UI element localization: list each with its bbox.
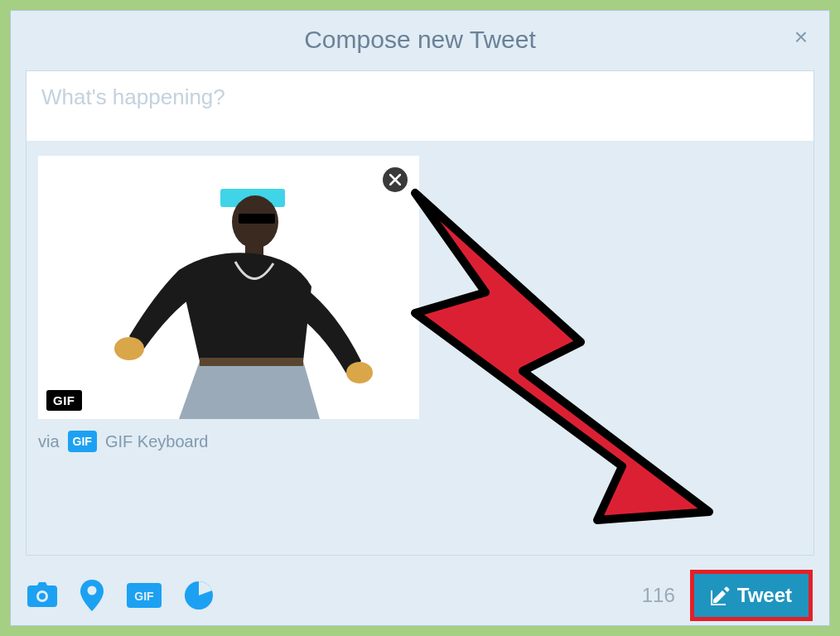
attribution-source: GIF Keyboard: [105, 432, 209, 451]
gif-preview: [38, 156, 419, 419]
attribution-via: via: [38, 432, 60, 451]
remove-gif-button[interactable]: [383, 167, 408, 192]
svg-text:GIF: GIF: [134, 590, 154, 603]
svg-point-4: [114, 337, 144, 360]
close-icon[interactable]: ×: [794, 26, 808, 49]
gif-keyboard-icon: GIF: [68, 431, 97, 452]
svg-rect-6: [200, 358, 303, 366]
svg-point-8: [39, 593, 46, 600]
media-area: GIF via GIF GIF Keyboard: [27, 141, 813, 555]
footer-icons: GIF: [27, 580, 213, 611]
tweet-placeholder: What's happening?: [41, 84, 225, 109]
gif-icon[interactable]: GIF: [127, 583, 162, 608]
svg-point-9: [88, 586, 97, 595]
poll-icon[interactable]: [185, 581, 213, 610]
footer-right: 116 Tweet: [642, 570, 813, 621]
camera-icon[interactable]: [27, 582, 57, 609]
gif-badge: GIF: [46, 390, 82, 411]
compose-content: What's happening?: [26, 70, 814, 556]
character-count: 116: [642, 584, 675, 607]
location-icon[interactable]: [80, 580, 104, 611]
tweet-button[interactable]: Tweet: [694, 574, 809, 617]
gif-attachment: GIF: [38, 156, 419, 419]
tweet-input[interactable]: What's happening?: [27, 71, 813, 141]
svg-rect-2: [239, 214, 275, 224]
close-icon: [389, 174, 401, 186]
gif-image: [80, 171, 378, 419]
compose-icon: [711, 585, 731, 605]
compose-footer: GIF 116 Tweet: [11, 566, 829, 625]
compose-tweet-dialog: Compose new Tweet × What's happening?: [10, 10, 830, 626]
dialog-header: Compose new Tweet ×: [11, 11, 829, 70]
svg-point-5: [346, 362, 373, 383]
gif-attribution: via GIF GIF Keyboard: [38, 431, 802, 452]
tweet-button-highlight: Tweet: [690, 570, 813, 621]
dialog-title: Compose new Tweet: [31, 26, 809, 54]
tweet-button-label: Tweet: [737, 584, 792, 607]
